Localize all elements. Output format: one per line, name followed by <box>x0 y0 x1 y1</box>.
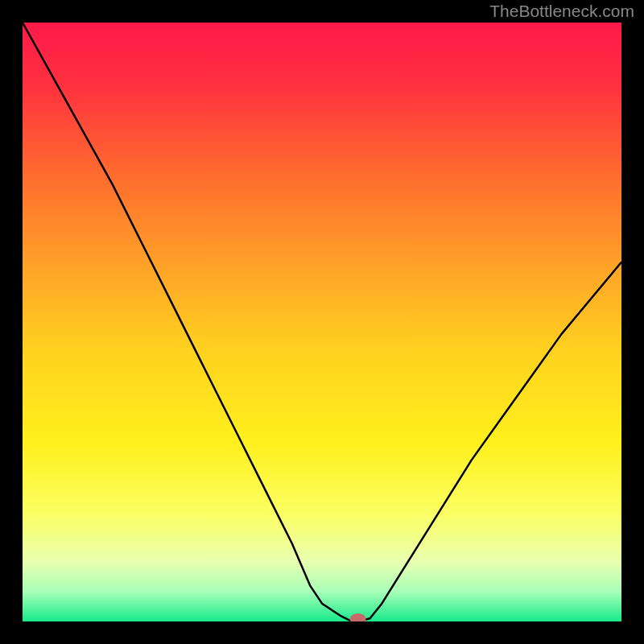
chart-container: TheBottleneck.com <box>0 0 644 644</box>
gradient-background <box>23 23 621 621</box>
chart-svg <box>23 23 621 621</box>
plot-area <box>23 23 621 621</box>
watermark-text: TheBottleneck.com <box>489 2 634 21</box>
